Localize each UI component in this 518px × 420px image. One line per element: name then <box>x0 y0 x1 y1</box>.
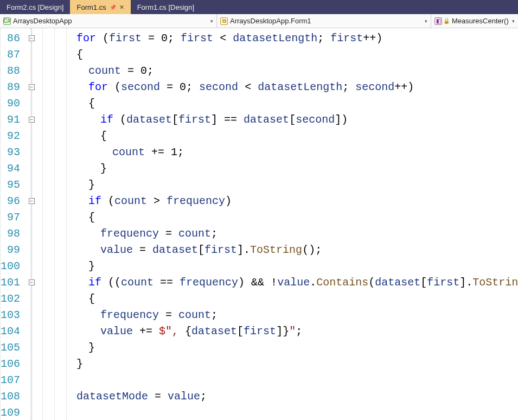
code-token: = <box>148 390 168 403</box>
code-token: ToString <box>250 244 302 256</box>
code-token: value <box>277 276 310 289</box>
code-token: count <box>121 276 154 289</box>
code-token: < <box>213 32 233 44</box>
code-line[interactable]: count = 0; <box>29 63 518 79</box>
code-token: { <box>100 130 107 142</box>
document-tab[interactable]: Form2.cs [Design] <box>0 0 70 14</box>
code-token: first <box>178 113 211 126</box>
code-token: { <box>88 292 95 305</box>
nav-namespace-dropdown[interactable]: C# ArraysDesktopApp ▾ <box>0 14 217 28</box>
code-token: ; <box>177 146 184 158</box>
code-line[interactable]: if (count > frequency) <box>29 193 518 209</box>
code-token: ToString <box>472 276 518 289</box>
nav-member-label: MeasuresCenter() <box>452 17 509 25</box>
code-line[interactable]: { <box>29 96 518 112</box>
code-line[interactable]: value += $", {dataset[first]}"; <box>29 323 518 340</box>
code-line[interactable]: } <box>29 177 518 193</box>
code-line[interactable]: if ((count == frequency) && !value.Conta… <box>29 275 518 291</box>
code-token: frequency <box>167 195 225 207</box>
code-token: second <box>199 81 238 93</box>
line-number: 99 <box>1 242 28 258</box>
code-token: ; <box>186 81 199 93</box>
code-token: 0 <box>161 32 168 44</box>
code-token: value <box>168 390 200 403</box>
code-token: = <box>121 65 140 77</box>
line-number: 87 <box>1 47 28 63</box>
code-line[interactable]: } <box>29 356 518 372</box>
code-token: } <box>283 325 289 338</box>
code-token: ] == <box>211 113 244 126</box>
code-token: { <box>88 211 95 224</box>
code-token: ; <box>200 390 207 403</box>
code-line[interactable]: { <box>29 128 518 144</box>
code-token: first <box>427 276 459 289</box>
code-token: += <box>145 146 171 158</box>
code-line[interactable] <box>29 372 518 389</box>
code-line[interactable]: count += 1; <box>29 144 518 161</box>
code-token: < <box>238 81 258 93</box>
code-token: 1 <box>171 146 177 158</box>
method-icon: ◧ <box>434 17 442 25</box>
code-token: count <box>178 309 211 321</box>
document-tab[interactable]: Form1.cs [Design] <box>131 0 201 14</box>
code-token: frequency <box>100 227 159 240</box>
code-token: datasetMode <box>76 390 148 403</box>
code-token: dataset <box>191 325 237 338</box>
code-token: dataset <box>152 244 198 256</box>
document-tab[interactable]: Form1.cs📌✕ <box>70 0 130 14</box>
code-line[interactable]: value = dataset[first].ToString(); <box>29 242 518 258</box>
nav-member-dropdown[interactable]: ◧ 🔒 MeasuresCenter() ▾ <box>431 14 518 28</box>
code-token: [ <box>198 244 204 256</box>
code-line[interactable]: { <box>29 209 518 226</box>
code-token: dataset <box>244 113 289 126</box>
code-token: ( <box>368 276 375 289</box>
code-token: [ <box>172 113 178 126</box>
line-number: 105 <box>1 340 28 356</box>
code-editor[interactable]: 8687888990919293949596979899100101102103… <box>0 28 518 420</box>
code-token: += <box>133 325 159 338</box>
code-token: ++) <box>394 81 414 93</box>
line-number: 107 <box>1 372 28 389</box>
code-line[interactable]: { <box>29 291 518 307</box>
code-text-area[interactable]: for (first = 0; first < datasetLength; f… <box>28 28 518 420</box>
nav-class-dropdown[interactable]: ⧉ ArraysDesktopApp.Form1 ▾ <box>217 14 431 28</box>
pin-icon[interactable]: 📌 <box>110 4 116 10</box>
code-line[interactable] <box>29 405 518 420</box>
code-token: [ <box>420 276 427 289</box>
code-token: ++) <box>363 32 382 44</box>
code-token: (( <box>101 276 121 289</box>
code-token: ) && ! <box>238 276 277 289</box>
line-number: 104 <box>1 323 28 340</box>
code-token: count <box>88 65 121 77</box>
code-line[interactable]: } <box>29 340 518 356</box>
code-line[interactable]: datasetMode = value; <box>29 389 518 405</box>
code-token: ; <box>211 309 218 321</box>
code-line[interactable]: for (first = 0; first < datasetLength; f… <box>29 30 518 47</box>
code-line[interactable]: } <box>29 161 518 177</box>
line-number-gutter: 8687888990919293949596979899100101102103… <box>1 28 28 420</box>
code-token: ; <box>317 32 330 44</box>
line-number: 88 <box>1 63 28 79</box>
code-token: second <box>296 113 335 126</box>
line-number: 101 <box>1 275 28 291</box>
code-line[interactable]: if (dataset[first] == dataset[second]) <box>29 112 518 128</box>
code-token: for <box>88 81 108 93</box>
code-token: ( <box>108 81 121 93</box>
code-line[interactable]: { <box>29 47 518 63</box>
code-token: } <box>76 358 83 370</box>
chevron-down-icon: ▾ <box>425 18 427 24</box>
code-line[interactable]: frequency = count; <box>29 226 518 242</box>
code-token: frequency <box>180 276 238 289</box>
close-icon[interactable]: ✕ <box>119 4 124 11</box>
tab-label: Form1.cs [Design] <box>137 3 194 11</box>
code-token: ]) <box>335 113 348 126</box>
code-line[interactable]: } <box>29 258 518 275</box>
line-number: 96 <box>1 193 28 209</box>
code-token: ; <box>147 65 154 77</box>
code-line[interactable]: for (second = 0; second < datasetLength;… <box>29 79 518 96</box>
code-line[interactable]: frequency = count; <box>29 307 518 323</box>
code-token: if <box>88 195 101 207</box>
code-token: ) <box>225 195 232 207</box>
code-token: value <box>100 325 133 338</box>
code-token: dataset <box>375 276 420 289</box>
